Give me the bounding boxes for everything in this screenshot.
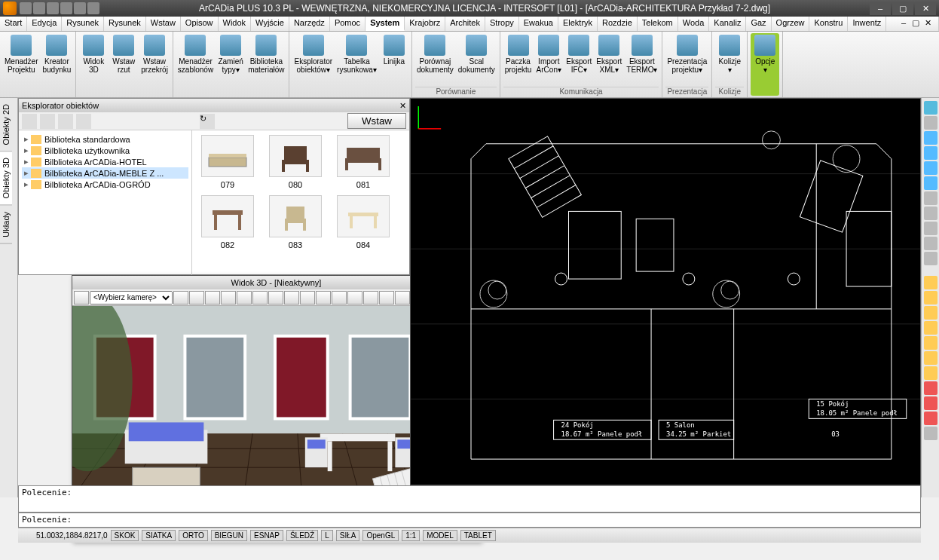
explorer-close-icon[interactable]: ✕ [399, 101, 406, 111]
view3d-tool-4[interactable] [221, 291, 236, 304]
ribbon-tab-woda[interactable]: Woda [678, 17, 710, 31]
rt-tool-10-icon[interactable] [924, 252, 937, 265]
rt-tool-9-icon[interactable] [924, 237, 937, 250]
rt-zoom-in-icon[interactable] [924, 131, 937, 145]
qat-print-icon[interactable] [60, 2, 72, 14]
explorer-delete-icon[interactable] [58, 114, 73, 129]
ribbon-wstaw-button[interactable]: Wstawrzut [109, 33, 138, 96]
ribbon-tab-elektryk[interactable]: Elektryk [558, 17, 598, 31]
view3d-tool-5[interactable] [237, 291, 252, 304]
rt-tool-icon[interactable] [924, 116, 937, 130]
ribbon-tab-gaz[interactable]: Gaz [746, 17, 771, 31]
rt-tool-end-icon[interactable] [924, 427, 937, 440]
ribbon-kolizje-button[interactable]: Kolizje▾ [715, 33, 744, 87]
qat-redo-icon[interactable] [87, 2, 99, 14]
rt-hatch-icon[interactable] [924, 381, 937, 395]
view3d-tool-7[interactable] [268, 291, 283, 304]
ribbon-tab-edycja[interactable]: Edycja [27, 17, 62, 31]
cad-viewport[interactable]: 24 Pokój 18.67 m² Panele podł 5 Salon 34… [410, 98, 921, 485]
rt-zoom-extents-icon[interactable] [924, 101, 937, 115]
ribbon-eksport-button[interactable]: EksportIFC▾ [564, 33, 593, 87]
ribbon-tab-pomoc[interactable]: Pomoc [330, 17, 366, 31]
rt-line-icon[interactable] [924, 276, 937, 289]
status-l-button[interactable]: L [321, 530, 333, 541]
view3d-tool-8[interactable] [284, 291, 299, 304]
left-tab-obiekty-2d[interactable]: Obiekty 2D [0, 98, 12, 151]
ribbon-import-button[interactable]: ImportArCon▾ [534, 33, 563, 87]
explorer-thumbnails[interactable]: 079080081082083084 [192, 130, 409, 275]
command-line[interactable]: Polecenie: [18, 513, 921, 528]
thumbnail-083[interactable]: 083 [265, 195, 326, 249]
view3d-tool-15[interactable] [395, 291, 410, 304]
status-siatka-button[interactable]: SIATKA [142, 530, 176, 541]
ribbon-tab-rozdzie[interactable]: Rozdzie [598, 17, 638, 31]
view3d-tool-3[interactable] [205, 291, 220, 304]
rt-zoom-all-icon[interactable] [924, 176, 937, 190]
ribbon-tab-widok[interactable]: Widok [219, 17, 252, 31]
view3d-tool-13[interactable] [363, 291, 378, 304]
ribbon-paczka-button[interactable]: Paczkaprojektu [503, 33, 534, 87]
ribbon-tabelka-button[interactable]: Tabelkarysunkowa▾ [335, 33, 378, 96]
mdi-close-icon[interactable]: ✕ [922, 18, 934, 29]
ribbon-porwnaj-button[interactable]: Porównajdokumenty [415, 33, 455, 87]
rt-zoom-window-icon[interactable] [924, 161, 937, 175]
ribbon-tab-ogrzew[interactable]: Ogrzew [772, 17, 810, 31]
ribbon-tab-start[interactable]: Start [0, 17, 27, 31]
ribbon-widok-button[interactable]: Widok3D [79, 33, 108, 96]
status-tablet-button[interactable]: TABLET [460, 530, 496, 541]
view3d-tool-1[interactable] [173, 291, 188, 304]
ribbon-tab-konstru[interactable]: Konstru [809, 17, 848, 31]
ribbon-tab-krajobrz[interactable]: Krajobrz [405, 17, 445, 31]
view3d-tool-11[interactable] [332, 291, 347, 304]
ribbon-eksplorator-button[interactable]: Eksploratorobiektów▾ [292, 33, 334, 96]
rt-ellipse-icon[interactable] [924, 366, 937, 380]
ribbon-tab-stropy[interactable]: Stropy [485, 17, 519, 31]
ribbon-wstaw-button[interactable]: Wstawprzekrój [139, 33, 170, 96]
explorer-edit-icon[interactable] [40, 114, 55, 129]
ribbon-tab-architek[interactable]: Architek [445, 17, 485, 31]
rt-dim-icon[interactable] [924, 412, 937, 425]
rt-polyline-icon[interactable] [924, 291, 937, 304]
view3d-tool-2[interactable] [189, 291, 204, 304]
view3d-camera-icon[interactable] [74, 291, 89, 304]
ribbon-menader-button[interactable]: Menadżerszablonów [176, 33, 215, 96]
mdi-max-icon[interactable]: ▢ [910, 18, 922, 29]
status-biegun-button[interactable]: BIEGUN [211, 530, 247, 541]
ribbon-tab-wstaw[interactable]: Wstaw [146, 17, 181, 31]
mdi-min-icon[interactable]: – [898, 18, 910, 29]
rt-rect-icon[interactable] [924, 306, 937, 320]
view3d-tool-9[interactable] [300, 291, 315, 304]
left-tab-układy[interactable]: Układy [0, 206, 12, 244]
thumbnail-082[interactable]: 082 [197, 195, 258, 249]
status-model-button[interactable]: MODEL [423, 530, 457, 541]
ribbon-zamie-button[interactable]: Zamieńtypy▾ [216, 33, 245, 96]
ribbon-eksport-button[interactable]: EksportTERMO▾ [625, 33, 659, 87]
explorer-insert-button[interactable]: Wstaw [347, 113, 406, 129]
view3d-tool-14[interactable] [379, 291, 394, 304]
rt-tool-7-icon[interactable] [924, 207, 937, 220]
thumbnail-079[interactable]: 079 [197, 135, 258, 189]
thumbnail-084[interactable]: 084 [332, 195, 394, 249]
status-śledź-button[interactable]: ŚLEDŹ [286, 530, 318, 541]
command-history[interactable]: Polecenie: [18, 485, 921, 513]
ribbon-tab-narzędz[interactable]: Narzędz [289, 17, 330, 31]
ribbon-tab-ewakua[interactable]: Ewakua [519, 17, 558, 31]
qat-save-icon[interactable] [47, 2, 59, 14]
ribbon-tab-rysunek[interactable]: Rysunek [62, 17, 104, 31]
explorer-prop-icon[interactable] [76, 114, 91, 129]
tree-node[interactable]: ▸Bilblioteka ArCADia-MEBLE Z ... [22, 167, 188, 179]
status-siła-button[interactable]: SIŁA [336, 530, 360, 541]
ribbon-tab-rysunek[interactable]: Rysunek [104, 17, 146, 31]
minimize-button[interactable]: – [870, 2, 891, 15]
ribbon-tab-telekom[interactable]: Telekom [638, 17, 678, 31]
ribbon-menader-button[interactable]: MenadżerProjektu [3, 33, 39, 96]
ribbon-kreator-button[interactable]: Kreatorbudynku [41, 33, 72, 96]
maximize-button[interactable]: ▢ [892, 2, 913, 15]
explorer-tree[interactable]: ▸Biblioteka standardowa▸Bilblioteka użyt… [19, 130, 192, 275]
view3d-tool-12[interactable] [347, 291, 362, 304]
tree-node[interactable]: ▸Bilblioteka ArCADia-OGRÓD [22, 179, 188, 190]
view3d-tool-10[interactable] [316, 291, 331, 304]
ribbon-tab-kanaliz[interactable]: Kanaliz [709, 17, 746, 31]
qat-undo-icon[interactable] [74, 2, 86, 14]
ribbon-linijka-button[interactable]: Linijka [380, 33, 408, 96]
